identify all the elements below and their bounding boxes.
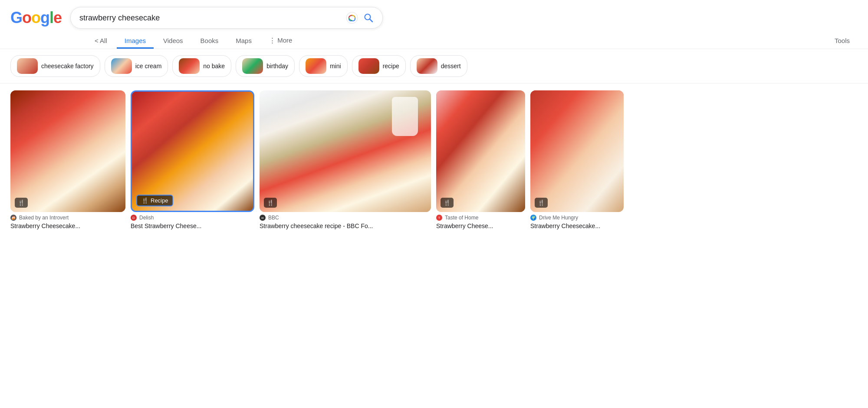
google-logo[interactable]: Google bbox=[10, 9, 62, 27]
chip-thumb-dessert bbox=[417, 58, 437, 74]
image-card-1[interactable]: 🍴 🍰 Baked by an Introvert Strawberry Che… bbox=[10, 90, 125, 229]
image-4: 🍴 bbox=[436, 90, 525, 212]
chip-mini[interactable]: mini bbox=[299, 55, 348, 77]
source-icon-2: D bbox=[131, 215, 137, 221]
tab-videos[interactable]: Videos bbox=[155, 33, 191, 49]
source-icon-4: T bbox=[436, 215, 442, 221]
image-card-4[interactable]: 🍴 T Taste of Home Strawberry Cheese... bbox=[436, 90, 525, 229]
chip-thumb-ice-cream bbox=[111, 58, 132, 74]
nav-back[interactable]: < All bbox=[87, 33, 115, 49]
image-2: 🍴 Recipe bbox=[131, 90, 254, 212]
search-bar-container: strawberry cheesecake bbox=[70, 7, 383, 29]
chip-thumb-no-bake bbox=[179, 58, 200, 74]
svg-point-0 bbox=[346, 12, 358, 23]
utensil-icon: 🍴 bbox=[141, 197, 148, 204]
chip-recipe[interactable]: recipe bbox=[352, 55, 406, 77]
chip-no-bake[interactable]: no bake bbox=[172, 55, 231, 77]
tab-images[interactable]: Images bbox=[117, 33, 154, 49]
image-card-5[interactable]: 🍴 🌍 Drive Me Hungry Strawberry Cheesecak… bbox=[530, 90, 624, 229]
image-5: 🍴 bbox=[530, 90, 624, 212]
chip-ice-cream[interactable]: ice cream bbox=[105, 55, 168, 77]
card-source-4: T Taste of Home bbox=[436, 215, 525, 221]
card-source-2: D Delish bbox=[131, 215, 254, 221]
card-source-1: 🍰 Baked by an Introvert bbox=[10, 215, 125, 221]
site-badge-5: 🍴 bbox=[535, 198, 548, 208]
chip-dessert[interactable]: dessert bbox=[410, 55, 467, 77]
recipe-badge-2: 🍴 Recipe bbox=[136, 195, 173, 206]
card-source-3: ▪▪ BBC bbox=[260, 215, 431, 221]
search-input[interactable]: strawberry cheesecake bbox=[79, 13, 342, 23]
image-card-2[interactable]: 🍴 Recipe D Delish Best Strawberry Cheese… bbox=[131, 90, 254, 229]
tab-more[interactable]: ⋮ More bbox=[261, 32, 300, 49]
svg-line-2 bbox=[370, 19, 372, 22]
card-title-1: Strawberry Cheesecake... bbox=[10, 222, 125, 229]
image-card-3[interactable]: 🍴 ▪▪ BBC Strawberry cheesecake recipe - … bbox=[260, 90, 431, 229]
site-badge-3: 🍴 bbox=[264, 198, 277, 208]
chip-birthday[interactable]: birthday bbox=[236, 55, 295, 77]
chip-thumb-cheesecake-factory bbox=[17, 58, 38, 74]
chip-thumb-mini bbox=[306, 58, 326, 74]
card-source-5: 🌍 Drive Me Hungry bbox=[530, 215, 624, 221]
nav-tabs: < All Images Videos Books Maps ⋮ More To… bbox=[0, 32, 868, 49]
lens-icon[interactable] bbox=[346, 12, 358, 24]
search-bar: strawberry cheesecake bbox=[70, 7, 383, 29]
tab-maps[interactable]: Maps bbox=[228, 33, 260, 49]
search-button[interactable] bbox=[363, 13, 374, 23]
source-icon-1: 🍰 bbox=[10, 215, 16, 221]
image-3: 🍴 bbox=[260, 90, 431, 212]
chip-cheesecake-factory[interactable]: cheesecake factory bbox=[10, 55, 100, 77]
search-icons bbox=[346, 12, 374, 24]
filter-chips-container: cheesecake factory ice cream no bake bir… bbox=[0, 49, 868, 83]
tools-button[interactable]: Tools bbox=[827, 33, 858, 49]
site-badge-4: 🍴 bbox=[441, 198, 454, 208]
image-grid: 🍴 🍰 Baked by an Introvert Strawberry Che… bbox=[0, 83, 868, 236]
header: Google strawberry cheesecake bbox=[0, 0, 868, 32]
card-title-2: Best Strawberry Cheese... bbox=[131, 222, 254, 229]
chip-thumb-birthday bbox=[242, 58, 263, 74]
image-1: 🍴 bbox=[10, 90, 125, 212]
source-icon-3: ▪▪ bbox=[260, 215, 266, 221]
card-title-3: Strawberry cheesecake recipe - BBC Fo... bbox=[260, 222, 431, 229]
card-title-5: Strawberry Cheesecake... bbox=[530, 222, 624, 229]
card-title-4: Strawberry Cheese... bbox=[436, 222, 525, 229]
site-badge-1: 🍴 bbox=[15, 198, 28, 208]
tab-books[interactable]: Books bbox=[193, 33, 227, 49]
chip-thumb-recipe bbox=[358, 58, 379, 74]
source-icon-5: 🌍 bbox=[530, 215, 536, 221]
